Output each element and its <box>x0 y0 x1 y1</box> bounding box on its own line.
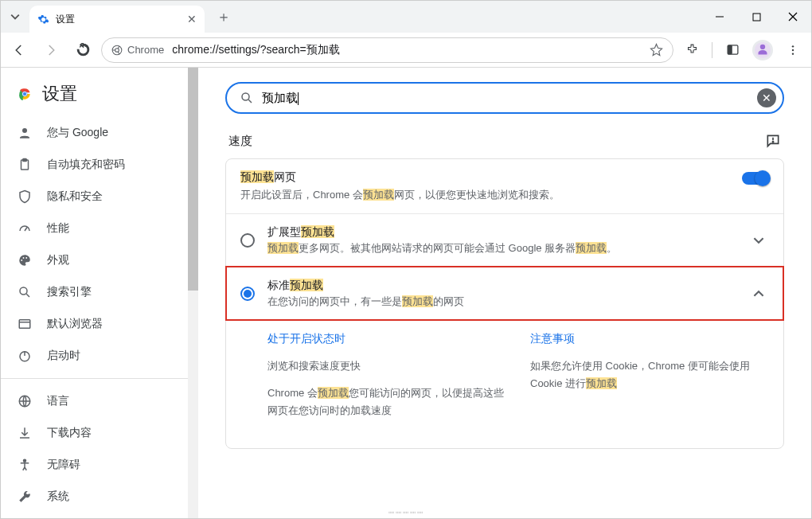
detail-left-p1: 浏览和搜索速度更快 <box>267 357 506 375</box>
browser-icon <box>17 316 33 332</box>
url-text: chrome://settings/?search=预加载 <box>172 43 339 57</box>
sidebar-item-performance[interactable]: 性能 <box>1 213 188 244</box>
svg-line-6 <box>118 45 119 48</box>
accessibility-icon <box>17 457 33 473</box>
palette-icon <box>17 252 33 268</box>
side-panel-icon[interactable] <box>719 37 746 64</box>
close-window-button[interactable] <box>775 1 811 33</box>
settings-main: 预加载 ✕ 速度 预加载网页 开启此设置后，Chrome 会预加载网页，以便您更… <box>198 68 811 518</box>
settings-search-input[interactable]: 预加载 ✕ <box>225 82 784 114</box>
clear-search-icon[interactable]: ✕ <box>757 88 776 107</box>
chevron-up-icon[interactable] <box>748 288 769 299</box>
tab-title: 设置 <box>56 13 181 26</box>
svg-rect-1 <box>753 14 760 21</box>
extensions-icon[interactable] <box>678 37 705 64</box>
svg-line-26 <box>26 294 29 297</box>
svg-point-36 <box>772 142 773 142</box>
browser-toolbar: Chrome chrome://settings/?search=预加载 <box>1 33 811 68</box>
svg-point-13 <box>792 49 794 50</box>
preload-option-standard[interactable]: 标准预加载 在您访问的网页中，有一些是预加载的网页 <box>226 267 783 320</box>
sidebar-item-you-and-google[interactable]: 您与 Google <box>1 117 188 149</box>
svg-rect-20 <box>23 159 27 162</box>
section-title: 速度 <box>228 134 252 149</box>
detail-left-p2: Chrome 会预加载您可能访问的网页，以便提高这些网页在您访问时的加载速度 <box>267 384 506 419</box>
gear-icon <box>37 14 49 25</box>
radio-checked-icon[interactable] <box>240 287 255 301</box>
wrench-icon <box>17 489 33 505</box>
preload-title: 预加载网页 <box>240 170 732 185</box>
globe-icon <box>17 393 33 409</box>
tab-dropdown-button[interactable] <box>1 1 29 33</box>
clipboard-icon <box>17 157 33 173</box>
reload-button[interactable] <box>69 37 96 64</box>
chrome-label: Chrome <box>111 44 164 56</box>
download-icon <box>17 425 33 441</box>
person-icon <box>17 125 33 141</box>
maximize-button[interactable] <box>738 1 775 33</box>
settings-title: 设置 <box>42 82 77 106</box>
preload-toggle[interactable] <box>742 172 769 185</box>
profile-avatar[interactable] <box>749 37 776 64</box>
detail-right-heading: 注意事项 <box>530 332 769 346</box>
minimize-button[interactable] <box>701 1 738 33</box>
svg-point-12 <box>792 45 794 47</box>
chevron-down-icon[interactable] <box>748 235 769 246</box>
svg-point-33 <box>242 93 249 100</box>
svg-point-25 <box>20 287 27 295</box>
sidebar-item-accessibility[interactable]: 无障碍 <box>1 449 188 481</box>
address-bar[interactable]: Chrome chrome://settings/?search=预加载 <box>101 37 673 63</box>
svg-point-23 <box>23 257 25 259</box>
menu-dots-icon[interactable] <box>779 37 806 64</box>
sidebar-item-system[interactable]: 系统 <box>1 481 188 513</box>
svg-rect-10 <box>728 45 732 54</box>
sidebar-item-search-engine[interactable]: 搜索引擎 <box>1 276 188 308</box>
svg-point-32 <box>24 459 26 462</box>
sidebar-separator <box>1 378 188 379</box>
preload-desc: 开启此设置后，Chrome 会预加载网页，以便您更快速地浏览和搜索。 <box>240 188 732 202</box>
svg-line-7 <box>118 52 119 54</box>
new-tab-button[interactable]: ＋ <box>213 6 235 28</box>
search-icon <box>17 284 33 300</box>
sidebar-item-downloads[interactable]: 下载内容 <box>1 417 188 449</box>
shield-icon <box>17 189 33 205</box>
settings-sidebar: 设置 您与 Google 自动填充和密码 隐私和安全 性能 外观 搜索引擎 默认… <box>1 68 188 518</box>
detail-right-p1: 如果您允许使用 Cookie，Chrome 便可能会使用 Cookie 进行预加… <box>530 357 769 392</box>
svg-point-22 <box>21 260 22 261</box>
speedometer-icon <box>17 220 33 236</box>
chrome-logo-icon <box>17 86 33 102</box>
forward-button[interactable] <box>37 37 64 64</box>
preload-option-extended[interactable]: 扩展型预加载 预加载更多网页。被其他网站请求的网页可能会通过 Google 服务… <box>226 213 783 267</box>
svg-point-18 <box>22 128 27 133</box>
sidebar-item-appearance[interactable]: 外观 <box>1 244 188 276</box>
window-titlebar: 设置 ✕ ＋ <box>1 1 811 33</box>
browser-tab[interactable]: 设置 ✕ <box>29 6 205 33</box>
close-tab-icon[interactable]: ✕ <box>187 13 197 25</box>
power-icon <box>17 348 33 364</box>
back-button[interactable] <box>6 37 33 64</box>
feedback-icon[interactable] <box>765 133 781 149</box>
sidebar-item-privacy[interactable]: 隐私和安全 <box>1 181 188 213</box>
sidebar-item-on-startup[interactable]: 启动时 <box>1 340 188 372</box>
sidebar-item-default-browser[interactable]: 默认浏览器 <box>1 308 188 340</box>
preload-card: 预加载网页 开启此设置后，Chrome 会预加载网页，以便您更快速地浏览和搜索。… <box>225 158 784 449</box>
svg-line-34 <box>248 100 252 103</box>
svg-point-17 <box>22 92 26 96</box>
preload-detail-panel: 处于开启状态时 浏览和搜索速度更快 Chrome 会预加载您可能访问的网页，以便… <box>226 320 783 448</box>
svg-line-21 <box>25 228 27 232</box>
search-value: 预加载 <box>262 91 299 106</box>
sidebar-item-autofill[interactable]: 自动填充和密码 <box>1 149 188 181</box>
radio-unchecked-icon[interactable] <box>240 233 255 248</box>
preload-header: 预加载网页 开启此设置后，Chrome 会预加载网页，以便您更快速地浏览和搜索。 <box>226 159 783 213</box>
bookmark-star-icon[interactable] <box>650 43 663 57</box>
search-icon <box>240 91 254 105</box>
svg-point-5 <box>115 48 119 52</box>
sidebar-item-languages[interactable]: 语言 <box>1 385 188 417</box>
resize-grip: ┉┉┉┉┉ <box>388 510 424 518</box>
separator <box>712 42 712 58</box>
window-controls <box>701 1 811 33</box>
text-cursor <box>298 92 299 105</box>
svg-point-14 <box>792 53 794 54</box>
svg-point-24 <box>25 257 27 259</box>
sidebar-scrollbar[interactable] <box>188 68 198 518</box>
settings-brand: 设置 <box>1 80 188 117</box>
